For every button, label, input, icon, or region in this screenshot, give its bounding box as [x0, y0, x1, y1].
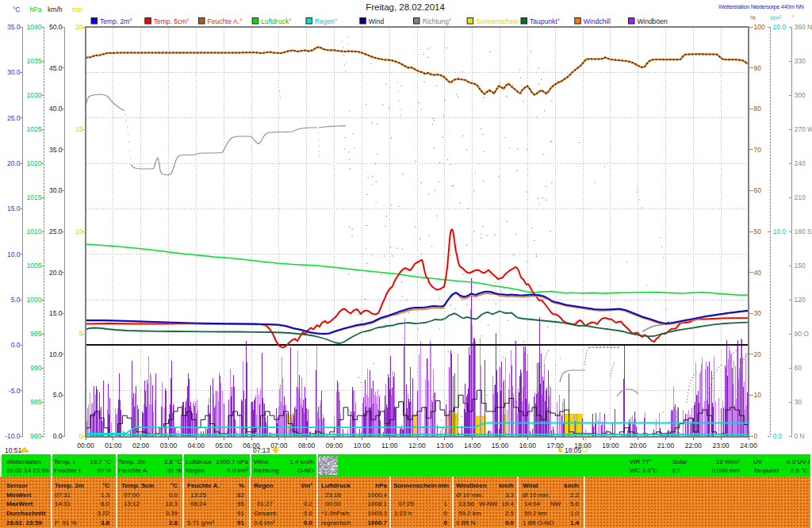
svg-text:20.0: 20.0	[49, 269, 63, 277]
svg-text:70: 70	[754, 146, 762, 154]
svg-text:1035: 1035	[27, 57, 42, 65]
svg-text:45.0: 45.0	[49, 64, 63, 72]
svg-text:990: 990	[30, 364, 41, 372]
svg-text:180 S: 180 S	[795, 228, 812, 235]
svg-text:0: 0	[79, 432, 83, 440]
svg-text:Temp. 5cm°: Temp. 5cm°	[154, 17, 190, 25]
svg-text:Luftdruck°: Luftdruck°	[261, 17, 291, 25]
svg-text:Taupunkt°: Taupunkt°	[530, 17, 560, 25]
svg-text:15.0: 15.0	[49, 309, 63, 317]
svg-text:150: 150	[795, 262, 806, 270]
svg-text:Freitag, 28.02.2014: Freitag, 28.02.2014	[366, 2, 445, 12]
svg-text:07:00: 07:00	[270, 442, 288, 450]
svg-text:13:00: 13:00	[436, 442, 454, 450]
svg-text:1010: 1010	[27, 228, 42, 235]
svg-text:120: 120	[795, 296, 806, 304]
svg-text:35.0: 35.0	[49, 146, 63, 154]
svg-text:02:00: 02:00	[132, 442, 150, 450]
svg-text:1030: 1030	[27, 91, 42, 99]
svg-text:°C: °C	[13, 6, 21, 13]
svg-text:25.0: 25.0	[49, 228, 63, 235]
svg-text:90: 90	[754, 64, 762, 72]
svg-text:0: 0	[754, 432, 758, 440]
svg-text:11:00: 11:00	[381, 442, 398, 450]
svg-text:10: 10	[75, 228, 83, 235]
svg-text:40.0: 40.0	[49, 105, 63, 113]
svg-text:21:00: 21:00	[657, 442, 675, 450]
svg-text:300: 300	[795, 91, 806, 99]
svg-text:30: 30	[754, 309, 762, 317]
svg-text:10:00: 10:00	[354, 442, 371, 450]
svg-text:0.0: 0.0	[773, 432, 783, 440]
svg-text:60: 60	[754, 186, 762, 194]
svg-text:l/m²: l/m²	[771, 14, 782, 21]
svg-text:18:05: 18:05	[565, 446, 582, 454]
svg-text:20: 20	[75, 23, 83, 31]
svg-text:20: 20	[754, 350, 762, 358]
svg-text:5.0: 5.0	[53, 391, 63, 399]
svg-text:1040: 1040	[27, 23, 42, 31]
svg-text:Regen°: Regen°	[315, 17, 337, 25]
svg-text:%: %	[750, 14, 756, 21]
svg-text:08:00: 08:00	[298, 442, 316, 450]
svg-text:10:51: 10:51	[5, 446, 22, 454]
svg-text:360 N: 360 N	[795, 23, 812, 31]
svg-text:5.0: 5.0	[11, 296, 21, 304]
svg-text:0.0: 0.0	[53, 432, 63, 440]
svg-text:Sonnenschein: Sonnenschein	[476, 17, 519, 25]
svg-text:15: 15	[75, 125, 83, 133]
svg-text:16:00: 16:00	[519, 442, 537, 450]
svg-text:09:00: 09:00	[326, 442, 343, 450]
svg-text:01:00: 01:00	[105, 442, 122, 450]
svg-text:°: °	[792, 14, 795, 21]
svg-text:10.0: 10.0	[49, 350, 63, 358]
svg-text:24:00: 24:00	[740, 442, 757, 450]
svg-text:-10.0: -10.0	[5, 432, 21, 440]
svg-text:Windböen: Windböen	[638, 17, 668, 25]
svg-text:10: 10	[754, 391, 762, 399]
svg-text:Windchill: Windchill	[584, 17, 611, 25]
svg-text:210: 210	[795, 193, 806, 201]
svg-text:14:00: 14:00	[464, 442, 481, 450]
svg-text:270 W: 270 W	[795, 125, 812, 133]
svg-text:15:00: 15:00	[492, 442, 509, 450]
svg-text:30.0: 30.0	[7, 68, 21, 76]
svg-text:03:00: 03:00	[160, 442, 178, 450]
svg-text:330: 330	[795, 57, 806, 65]
svg-text:10.0: 10.0	[773, 228, 787, 235]
svg-text:Wind: Wind	[369, 17, 385, 25]
svg-text:17:00: 17:00	[547, 442, 565, 450]
svg-text:00:00: 00:00	[77, 442, 94, 450]
svg-text:hPa: hPa	[29, 6, 41, 13]
svg-text:1020: 1020	[27, 159, 42, 167]
svg-text:19:00: 19:00	[602, 442, 619, 450]
svg-text:15.0: 15.0	[7, 205, 21, 212]
svg-text:07:13: 07:13	[253, 446, 270, 454]
svg-text:Richtung°: Richtung°	[423, 17, 452, 25]
svg-text:05:00: 05:00	[216, 442, 233, 450]
svg-text:10.0: 10.0	[7, 251, 21, 258]
svg-text:30: 30	[795, 398, 802, 406]
svg-text:Temp. 2m°: Temp. 2m°	[100, 17, 132, 25]
svg-text:1015: 1015	[27, 193, 42, 201]
svg-text:km/h: km/h	[48, 6, 63, 13]
svg-text:Wetterstation Niedersorpe 440m: Wetterstation Niedersorpe 440m NN	[718, 3, 804, 10]
svg-text:50.0: 50.0	[49, 23, 63, 31]
svg-text:90 O: 90 O	[795, 330, 810, 338]
svg-text:50: 50	[754, 228, 762, 235]
svg-text:min: min	[72, 6, 83, 13]
svg-text:0.0: 0.0	[11, 341, 21, 349]
svg-text:995: 995	[30, 330, 41, 338]
svg-text:40: 40	[754, 269, 762, 277]
svg-text:35.0: 35.0	[7, 23, 21, 31]
svg-text:30.0: 30.0	[49, 186, 63, 194]
svg-text:20.0: 20.0	[773, 23, 787, 31]
svg-text:240: 240	[795, 159, 806, 167]
svg-text:22:00: 22:00	[685, 442, 703, 450]
svg-text:100: 100	[754, 23, 765, 31]
svg-text:25.0: 25.0	[7, 114, 21, 122]
svg-text:1005: 1005	[27, 262, 42, 270]
svg-text:20.0: 20.0	[7, 159, 21, 167]
svg-text:12:00: 12:00	[408, 442, 426, 450]
svg-text:Feuchte A.°: Feuchte A.°	[208, 17, 243, 25]
